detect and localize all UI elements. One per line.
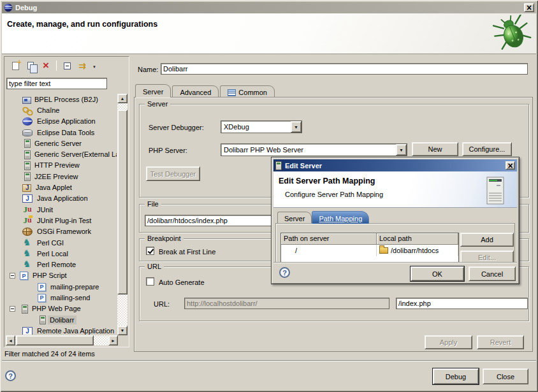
tree-item-junit-plug-in-test[interactable]: JUnit Plug-in Test xyxy=(6,215,117,226)
delete-icon[interactable] xyxy=(38,59,54,73)
apply-button[interactable]: Apply xyxy=(425,335,472,349)
server-group-title: Server xyxy=(145,100,170,108)
revert-button[interactable]: Revert xyxy=(477,335,524,349)
database-icon xyxy=(22,129,33,136)
server-icon xyxy=(275,161,282,170)
configurations-sidebar: BPEL Process (B2J)ChaîneEclipse Applicat… xyxy=(4,56,129,347)
path-mapping-table[interactable]: Path on serverLocal path//dolibarr/htdoc… xyxy=(280,233,459,265)
collapse-all-icon[interactable] xyxy=(59,59,75,73)
tree-item-osgi-framework[interactable]: OSGi Framework xyxy=(6,226,117,237)
tree-item-perl-local[interactable]: Perl Local xyxy=(6,248,117,259)
filter-input[interactable] xyxy=(6,78,107,89)
tab-server[interactable]: Server xyxy=(135,84,171,98)
tree-item-java-applet[interactable]: Java Applet xyxy=(6,182,117,192)
name-input[interactable] xyxy=(161,63,528,75)
tree-item-label: Perl Remote xyxy=(35,260,78,269)
perl-icon xyxy=(22,249,33,259)
sidebar-toolbar xyxy=(5,57,128,74)
test-debugger-button[interactable]: Test Debugger xyxy=(146,166,200,181)
tab-advanced-label: Advanced xyxy=(180,89,211,96)
page-title: Create, manage, and run configurations xyxy=(7,20,157,29)
dialog-tab-path-mapping-label: Path Mapping xyxy=(319,215,362,222)
scroll-up-icon[interactable] xyxy=(117,94,127,103)
scroll-right-icon[interactable] xyxy=(108,335,118,345)
window-close-button[interactable] xyxy=(524,3,534,12)
vertical-scroll-thumb[interactable] xyxy=(117,110,127,294)
add-mapping-button[interactable]: Add xyxy=(460,233,514,247)
tree-item-generic-server[interactable]: Generic Server xyxy=(6,138,117,149)
base-url-input[interactable] xyxy=(184,298,389,309)
tree-item-j2ee-preview[interactable]: J2EE Preview xyxy=(6,171,117,182)
auto-generate-checkbox[interactable] xyxy=(146,277,154,286)
tree-item-http-preview[interactable]: HTTP Preview xyxy=(6,160,117,171)
window-titlebar[interactable]: Debug xyxy=(2,2,536,13)
dialog-header: Edit Server Path Mapping Configure Serve… xyxy=(273,171,517,208)
chevron-down-icon[interactable] xyxy=(396,144,407,156)
tree-item-label: OSGi Framework xyxy=(35,227,93,236)
tree-item-dolibarr[interactable]: Dolibarr xyxy=(6,314,117,325)
close-button[interactable]: Close xyxy=(483,368,528,384)
menu-dropdown-icon[interactable] xyxy=(90,59,99,73)
php-server-label: PHP Server: xyxy=(149,147,187,154)
tree-item-label: Dolibarr xyxy=(48,316,76,324)
new-server-button[interactable]: New xyxy=(412,142,458,156)
dialog-tab-server[interactable]: Server xyxy=(277,212,312,224)
tree-vertical-scrollbar[interactable] xyxy=(117,94,127,335)
cancel-button[interactable]: Cancel xyxy=(469,266,516,281)
tree-item-junit[interactable]: JUnit xyxy=(6,204,117,215)
ok-button[interactable]: OK xyxy=(411,266,464,281)
dialog-tab-path-mapping[interactable]: Path Mapping xyxy=(312,211,369,224)
break-first-line-checkbox[interactable] xyxy=(146,247,154,255)
auto-generate-label: Auto Generate xyxy=(159,279,205,286)
tab-common[interactable]: Common xyxy=(220,85,275,98)
server-debugger-value: XDebug xyxy=(221,123,291,131)
url-path-input[interactable] xyxy=(396,298,528,309)
tree-item-perl-remote[interactable]: Perl Remote xyxy=(6,259,117,270)
server-icon xyxy=(24,172,31,181)
tree-item-eclipse-data-tools[interactable]: Eclipse Data Tools xyxy=(6,127,117,138)
tab-server-label: Server xyxy=(143,88,163,96)
junit-icon xyxy=(22,205,33,215)
collapse-expander-icon[interactable] xyxy=(10,306,15,312)
debug-button[interactable]: Debug xyxy=(433,368,479,384)
php-server-select[interactable]: Dolibarr PHP Web Server xyxy=(221,143,407,156)
scroll-left-icon[interactable] xyxy=(6,335,15,345)
dialog-subheading: Configure Server Path Mapping xyxy=(285,191,383,198)
tree-item-java-application[interactable]: Java Application xyxy=(6,193,117,204)
tree-horizontal-scrollbar[interactable] xyxy=(6,335,118,345)
table-header-local-path[interactable]: Local path xyxy=(377,233,458,245)
tree-item-php-web-page[interactable]: PHP Web Page xyxy=(6,303,117,314)
table-header-path-on-server[interactable]: Path on server xyxy=(281,233,377,245)
filter-configurations-icon[interactable] xyxy=(75,59,90,73)
dialog-help-icon[interactable] xyxy=(279,267,290,278)
chevron-down-icon[interactable] xyxy=(291,121,302,133)
tree-item-php-script[interactable]: PHP Script xyxy=(6,270,117,281)
collapse-expander-icon[interactable] xyxy=(10,273,15,279)
server-debugger-select[interactable]: XDebug xyxy=(221,120,302,133)
tree-item-remote-java-application[interactable]: Remote Java Application xyxy=(6,325,117,335)
dialog-titlebar[interactable]: Edit Server xyxy=(273,159,517,171)
tree-item-generic-server-external-la[interactable]: Generic Server(External La xyxy=(6,149,117,159)
tree-item-cha-ne[interactable]: Chaîne xyxy=(6,105,117,115)
new-configuration-icon[interactable] xyxy=(8,59,23,73)
configure-server-button[interactable]: Configure... xyxy=(462,142,512,156)
tree-item-label: Eclipse Data Tools xyxy=(35,128,96,137)
tree-item-label: HTTP Preview xyxy=(33,161,82,170)
url-group-title: URL xyxy=(145,263,164,270)
local-path-text: /dolibarr/htdocs xyxy=(391,247,439,254)
tree-item-label: Eclipse Application xyxy=(35,117,98,126)
tree-item-bpel-process-b2j[interactable]: BPEL Process (B2J) xyxy=(6,94,117,105)
tree-item-perl-cgi[interactable]: Perl CGI xyxy=(6,237,117,248)
tab-advanced[interactable]: Advanced xyxy=(172,85,219,98)
path-mapping-row[interactable]: //dolibarr/htdocs xyxy=(281,245,458,256)
help-icon[interactable] xyxy=(5,370,16,381)
tree-item-mailing-send[interactable]: mailing-send xyxy=(6,292,117,303)
tree-item-eclipse-application[interactable]: Eclipse Application xyxy=(6,116,117,127)
horizontal-scroll-thumb[interactable] xyxy=(16,335,94,345)
dialog-title: Edit Server xyxy=(285,162,322,170)
tree-item-mailing-prepare[interactable]: mailing-prepare xyxy=(6,281,117,292)
scroll-down-icon[interactable] xyxy=(117,326,127,335)
duplicate-icon[interactable] xyxy=(23,59,38,73)
dialog-close-button[interactable] xyxy=(505,161,515,170)
eclipse-icon xyxy=(22,117,33,126)
